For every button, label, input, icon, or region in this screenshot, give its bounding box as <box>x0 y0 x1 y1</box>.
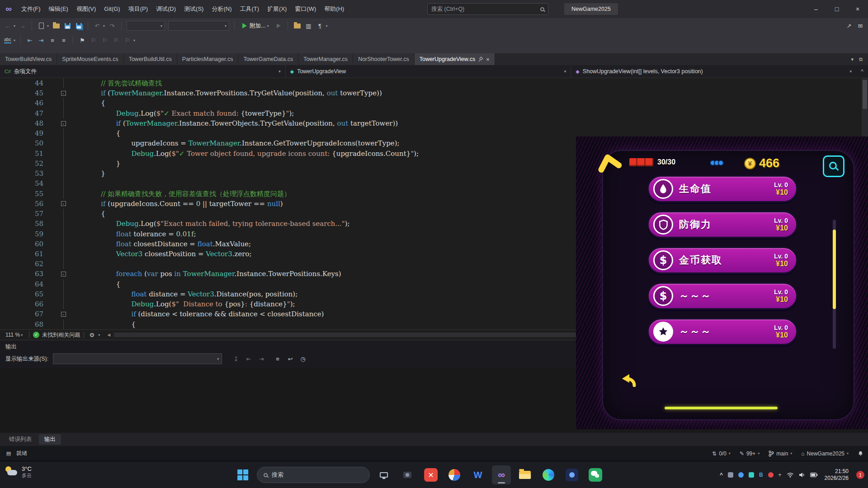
upgrade-button-5[interactable]: ～～～Lv. 0¥10 <box>647 318 797 345</box>
tab-towergamedata-cs[interactable]: TowerGameData.cs <box>238 53 298 65</box>
clear-bookmarks-icon[interactable]: ⚐ <box>123 35 132 45</box>
fold-marker[interactable] <box>59 279 68 289</box>
fold-marker[interactable] <box>59 149 68 159</box>
breakpoint-margin[interactable] <box>0 219 25 229</box>
battery-icon[interactable] <box>810 473 818 477</box>
breakpoint-margin[interactable] <box>0 138 25 148</box>
comment-lines-icon[interactable]: ≡ <box>48 35 57 45</box>
fold-marker[interactable] <box>59 299 68 309</box>
breakpoint-margin[interactable] <box>0 249 25 259</box>
new-file-icon[interactable] <box>37 21 45 31</box>
clock[interactable]: 21:50 2026/2/26 <box>825 468 849 482</box>
breakpoint-margin[interactable] <box>0 279 25 289</box>
save-icon[interactable] <box>63 21 71 31</box>
breakpoint-margin[interactable] <box>0 309 25 319</box>
spell-check-icon[interactable]: abc <box>4 35 12 45</box>
fold-box-icon[interactable]: - <box>61 91 66 96</box>
game-scrollbar-thumb[interactable] <box>833 230 836 309</box>
menu-item[interactable]: 工具(T) <box>236 0 263 18</box>
code-cleanup-icon[interactable]: ⚙ <box>88 330 96 340</box>
hscroll-left-icon[interactable]: ◀ <box>107 333 110 337</box>
fold-box-icon[interactable]: - <box>61 121 66 126</box>
maximize-button[interactable]: □ <box>826 0 847 18</box>
breakpoint-margin[interactable] <box>0 128 25 138</box>
tab-output[interactable]: 输出 <box>39 434 61 445</box>
taskbar-app-wechat[interactable] <box>586 465 605 484</box>
bookmark-caret-icon[interactable]: ▾ <box>133 38 135 42</box>
fold-marker[interactable] <box>59 289 68 299</box>
word-wrap-icon[interactable]: ↩ <box>286 356 294 362</box>
menu-item[interactable]: 帮助(H) <box>320 0 348 18</box>
cast-icon[interactable]: + <box>778 472 782 478</box>
search-box[interactable]: 搜索 (Ctrl+Q) <box>427 3 548 15</box>
scan-button[interactable] <box>823 155 844 177</box>
nav-forward-icon[interactable]: → <box>19 21 27 31</box>
feedback-icon[interactable]: ✉ <box>856 21 864 31</box>
breakpoint-margin[interactable] <box>0 108 25 118</box>
nav-back-icon[interactable]: ← <box>4 21 12 31</box>
menu-item[interactable]: 视图(V) <box>72 0 100 18</box>
output-source-combo[interactable]: ▾ <box>53 353 222 364</box>
repository[interactable]: ⌂NewGame2025▾ <box>801 450 849 457</box>
fold-marker[interactable] <box>59 229 68 239</box>
fold-marker[interactable] <box>59 138 68 148</box>
menu-item[interactable]: 项目(P) <box>124 0 152 18</box>
taskbar-app-visual-studio[interactable]: ∞ <box>492 465 511 484</box>
configuration-combo[interactable]: ▾ <box>127 21 165 31</box>
tab-towerbuildview-cs[interactable]: TowerBuildView.cs <box>0 53 57 65</box>
fold-marker[interactable] <box>59 108 68 118</box>
taskbar-app-blue[interactable] <box>562 465 581 484</box>
pin-icon[interactable] <box>477 56 484 62</box>
pending-changes[interactable]: ✎99+▾ <box>740 450 760 457</box>
taskbar-app-colorful[interactable] <box>445 465 464 484</box>
fold-marker[interactable] <box>59 319 68 329</box>
split-window-icon[interactable]: ▥ <box>304 21 312 31</box>
taskbar-app-pc-manager[interactable] <box>374 465 393 484</box>
fold-marker[interactable]: - <box>59 309 68 319</box>
breakpoint-margin[interactable] <box>0 88 25 98</box>
bookmark-icon[interactable]: ⚑ <box>78 35 86 45</box>
start-button[interactable] <box>233 465 252 484</box>
fold-marker[interactable]: - <box>59 269 68 279</box>
code-line[interactable]: 45-if (TowerManager.Instance.TowerPositi… <box>0 88 868 98</box>
close-button[interactable]: × <box>847 0 868 18</box>
attach-run-button[interactable]: 附加... ▾ <box>240 20 271 31</box>
taskbar-search[interactable]: 搜索 <box>257 467 370 483</box>
breakpoint-margin[interactable] <box>0 239 25 249</box>
start-without-debugging-icon[interactable] <box>274 21 283 31</box>
clear-output-icon[interactable]: ≡ <box>274 356 282 362</box>
tab-towermanager-cs[interactable]: TowerManager.cs <box>298 53 353 65</box>
breakpoint-margin[interactable] <box>0 229 25 239</box>
upgrade-button-4[interactable]: $～～～Lv. 0¥10 <box>647 282 797 310</box>
undo-icon[interactable]: ↶ <box>93 21 101 31</box>
breakpoint-margin[interactable] <box>0 118 25 128</box>
weather-widget[interactable]: 3°C 多云 <box>5 465 32 479</box>
tab-spritemouseevents-cs[interactable]: SpriteMouseEvents.cs <box>57 53 123 65</box>
menu-item[interactable]: 文件(F) <box>17 0 45 18</box>
close-tab-icon[interactable]: × <box>486 56 490 63</box>
tab-error-list[interactable]: 错误列表 <box>4 434 37 445</box>
menu-item[interactable]: 分析(N) <box>208 0 236 18</box>
fold-marker[interactable]: - <box>59 88 68 98</box>
tray-app-red-icon[interactable] <box>768 472 774 478</box>
fold-marker[interactable] <box>59 178 68 188</box>
breakpoint-margin[interactable] <box>0 259 25 269</box>
breakpoint-margin[interactable] <box>0 289 25 299</box>
show-whitespace-icon[interactable]: ¶ <box>316 21 324 31</box>
indent-increase-icon[interactable]: ⇥ <box>37 35 45 45</box>
platform-combo[interactable]: ▾ <box>168 21 229 31</box>
breakpoint-margin[interactable] <box>0 319 25 329</box>
fold-marker[interactable] <box>59 189 68 199</box>
save-all-icon[interactable] <box>75 21 83 31</box>
breakpoint-margin[interactable] <box>0 98 25 108</box>
undo-caret-icon[interactable]: ▾ <box>103 24 105 28</box>
breakpoint-margin[interactable] <box>0 299 25 309</box>
upgrade-button-1[interactable]: 生命值Lv. 0¥10 <box>647 175 797 202</box>
game-scrollbar[interactable] <box>833 220 836 349</box>
fold-box-icon[interactable]: - <box>61 272 66 277</box>
vertical-scrollbar-thumb[interactable] <box>863 80 867 109</box>
breakpoint-margin[interactable] <box>0 189 25 199</box>
fold-marker[interactable] <box>59 209 68 219</box>
code-line[interactable]: 47Debug.Log($"✓ Exact match found: {towe… <box>0 108 868 118</box>
notifications-bell[interactable] <box>858 450 863 457</box>
